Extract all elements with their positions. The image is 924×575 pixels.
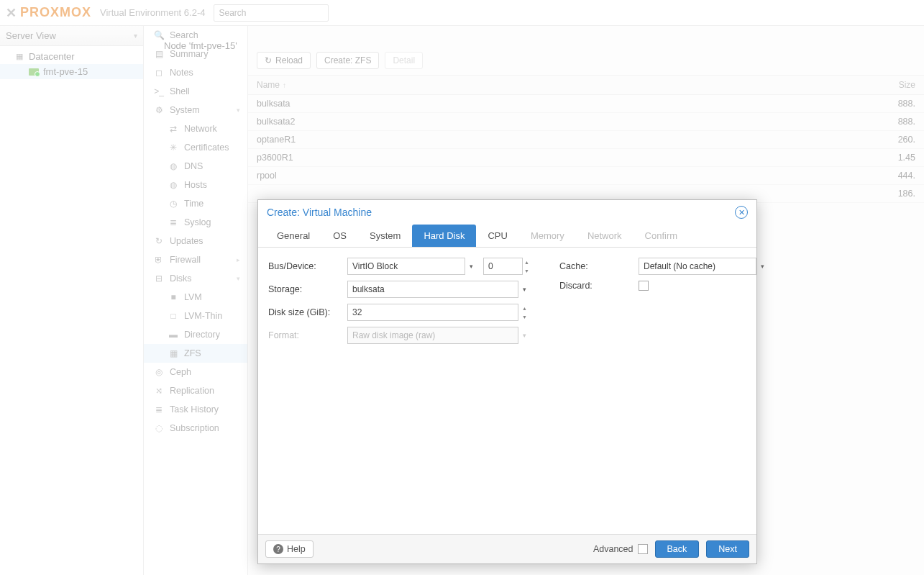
chevron-down-icon: ▾ — [237, 275, 240, 282]
tree-datacenter[interactable]: ▦ Datacenter — [0, 49, 143, 64]
chevron-down-icon[interactable]: ▾ — [756, 258, 769, 275]
cache-select[interactable] — [639, 258, 756, 275]
menu-subscription[interactable]: ◌Subscription — [144, 419, 247, 438]
certificate-icon: ✳ — [168, 142, 178, 153]
gears-icon: ⚙ — [154, 105, 164, 115]
menu-task-history[interactable]: ≣Task History — [144, 400, 247, 419]
cell-size: 444. — [872, 171, 915, 181]
modal-footer: ? Help Advanced Back Next — [258, 534, 756, 563]
close-button[interactable]: ✕ — [735, 206, 748, 219]
discard-checkbox[interactable] — [639, 281, 649, 291]
menu-dns[interactable]: ◍DNS — [144, 157, 247, 176]
globe-icon: ◍ — [168, 161, 178, 171]
create-zfs-button[interactable]: Create: ZFS — [316, 52, 379, 69]
server-icon — [29, 68, 39, 76]
disksize-input[interactable] — [347, 304, 518, 321]
menu-certificates[interactable]: ✳Certificates — [144, 138, 247, 157]
left-panel: Server View ▾ ▦ Datacenter fmt-pve-15 — [0, 26, 144, 575]
device-number-input[interactable] — [483, 258, 523, 275]
cell-size: 260. — [872, 135, 915, 145]
terminal-icon: >_ — [154, 86, 164, 96]
detail-button[interactable]: Detail — [385, 52, 423, 69]
advanced-toggle[interactable]: Advanced — [593, 544, 648, 554]
question-icon: ? — [273, 544, 283, 554]
list-icon: ≣ — [154, 404, 164, 415]
help-button[interactable]: ? Help — [265, 540, 314, 558]
page-title: Node 'fmt-pve-15' — [157, 35, 244, 57]
create-vm-modal: Create: Virtual Machine ✕ General OS Sys… — [257, 199, 757, 564]
menu-lvm-thin[interactable]: □LVM-Thin — [144, 307, 247, 325]
col-header-name[interactable]: Name↑ — [257, 80, 872, 90]
menu-lvm[interactable]: ■LVM — [144, 288, 247, 307]
shield-icon: ⛨ — [154, 255, 164, 265]
menu-hosts[interactable]: ◍Hosts — [144, 176, 247, 194]
menu-system[interactable]: ⚙System▾ — [144, 101, 247, 119]
tab-system[interactable]: System — [358, 225, 412, 247]
bus-device-label: Bus/Device: — [268, 261, 347, 271]
modal-tabs: General OS System Hard Disk CPU Memory N… — [258, 225, 756, 248]
tab-general[interactable]: General — [265, 225, 321, 247]
tree-node-fmt-pve-15[interactable]: fmt-pve-15 — [0, 64, 143, 79]
spinner-up-icon: ▲ — [518, 304, 531, 312]
next-button[interactable]: Next — [706, 540, 749, 558]
tab-os[interactable]: OS — [321, 225, 358, 247]
tree-node-label: fmt-pve-15 — [43, 66, 88, 77]
col-header-size[interactable]: Size — [872, 80, 915, 90]
logo-x-icon: ✕ — [6, 5, 17, 21]
table-row[interactable]: bulksata2888. — [248, 113, 924, 131]
cell-size: 888. — [872, 117, 915, 127]
clock-icon: ◷ — [168, 199, 178, 209]
cell-size: 1.45 — [872, 153, 915, 163]
number-spinner[interactable]: ▲▼ — [518, 304, 531, 321]
tab-memory: Memory — [519, 225, 576, 247]
table-row[interactable]: bulksata888. — [248, 95, 924, 113]
chevron-down-icon: ▾ — [134, 32, 137, 40]
spinner-up-icon: ▲ — [523, 258, 531, 266]
menu-zfs[interactable]: ▦ZFS — [144, 344, 247, 363]
menu-shell[interactable]: >_Shell — [144, 82, 247, 101]
menu-network[interactable]: ⇄Network — [144, 119, 247, 138]
number-spinner[interactable]: ▲▼ — [522, 258, 531, 275]
node-menu: 🔍Search ▤Summary ◻Notes >_Shell ⚙System▾… — [144, 26, 247, 438]
menu-disks[interactable]: ⊟Disks▾ — [144, 269, 247, 288]
menu-notes[interactable]: ◻Notes — [144, 63, 247, 82]
spinner-down-icon: ▼ — [518, 312, 531, 321]
cell-name: rpool — [257, 171, 872, 181]
table-row[interactable]: optaneR1260. — [248, 131, 924, 149]
chevron-down-icon: ▾ — [518, 327, 531, 344]
server-view-selector[interactable]: Server View ▾ — [0, 26, 143, 46]
global-search-input[interactable] — [214, 4, 329, 22]
menu-firewall[interactable]: ⛨Firewall▸ — [144, 250, 247, 269]
advanced-checkbox[interactable] — [638, 544, 648, 554]
menu-time[interactable]: ◷Time — [144, 194, 247, 213]
modal-title: Create: Virtual Machine — [267, 207, 372, 218]
bus-select[interactable] — [347, 258, 465, 275]
reload-button[interactable]: ↻Reload — [257, 52, 311, 69]
format-label: Format: — [268, 330, 347, 340]
cell-name: bulksata2 — [257, 117, 872, 127]
network-icon: ⇄ — [168, 124, 178, 134]
table-row[interactable]: p3600R11.45 — [248, 149, 924, 167]
storage-label: Storage: — [268, 284, 347, 294]
menu-ceph[interactable]: ◎Ceph — [144, 363, 247, 381]
menu-syslog[interactable]: ≣Syslog — [144, 213, 247, 232]
chevron-down-icon[interactable]: ▾ — [518, 281, 531, 298]
menu-updates[interactable]: ↻Updates — [144, 232, 247, 250]
close-icon: ✕ — [738, 209, 745, 217]
support-icon: ◌ — [154, 423, 164, 433]
tab-hard-disk[interactable]: Hard Disk — [412, 225, 476, 247]
back-button[interactable]: Back — [655, 540, 700, 558]
cell-name: bulksata — [257, 99, 872, 109]
top-bar: ✕ PROXMOX Virtual Environment 6.2-4 — [0, 0, 924, 26]
node-menu-panel: 🔍Search ▤Summary ◻Notes >_Shell ⚙System▾… — [144, 26, 248, 575]
storage-select[interactable] — [347, 281, 518, 298]
version-label: Virtual Environment 6.2-4 — [100, 7, 205, 18]
table-body: bulksata888.bulksata2888.optaneR1260.p36… — [248, 95, 924, 203]
menu-replication[interactable]: ⤭Replication — [144, 381, 247, 400]
menu-directory[interactable]: ▬Directory — [144, 325, 247, 344]
ceph-icon: ◎ — [154, 367, 164, 377]
cell-name — [257, 189, 872, 199]
chevron-down-icon[interactable]: ▾ — [465, 258, 477, 275]
tab-cpu[interactable]: CPU — [476, 225, 518, 247]
table-row[interactable]: rpool444. — [248, 167, 924, 185]
